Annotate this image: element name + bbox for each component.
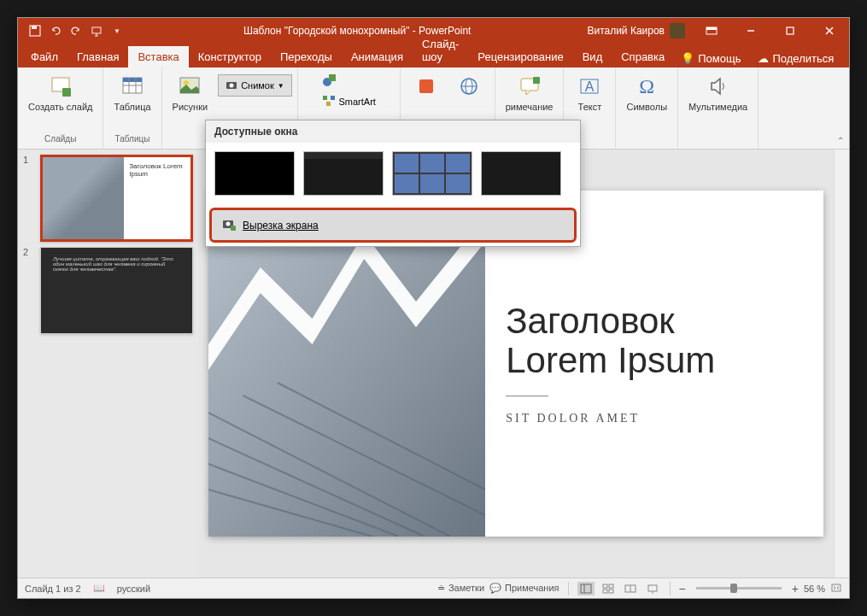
screenshot-button[interactable]: Снимок ▼ [218,74,292,97]
spell-check-icon[interactable]: 📖 [93,583,105,594]
notes-button[interactable]: ≐Заметки [437,583,484,594]
clip-icon [222,217,236,233]
screenshot-dropdown: Доступные окна Вырезка экрана [205,120,581,247]
minimize-icon[interactable] [731,18,770,44]
vertical-scrollbar[interactable] [834,150,849,578]
window-thumb-3[interactable] [392,151,472,196]
svg-rect-2 [92,27,101,33]
group-label: Слайды [44,132,76,145]
slide-thumbnail-2[interactable]: 2 Лучшая цитата, отражающая ваш подход. … [23,247,193,334]
smartart-icon [322,95,336,109]
fit-to-window-icon[interactable] [830,583,842,595]
group-label [646,132,648,145]
table-icon [119,73,146,100]
comment-icon [516,73,543,100]
svg-rect-1 [32,26,37,29]
tab-insert[interactable]: Вставка [128,46,188,67]
window-thumb-1[interactable] [214,151,295,196]
svg-rect-21 [331,96,335,100]
slide-panel: 1 Заголовок Lorem Ipsum 2 Лучшая цитата,… [18,150,198,578]
maximize-icon[interactable] [770,18,810,44]
slide-subtitle[interactable]: SIT DOLOR AMET [506,412,803,425]
svg-rect-41 [609,584,613,588]
svg-rect-4 [706,27,717,30]
svg-rect-42 [603,590,607,593]
chevron-down-icon: ▼ [278,82,284,90]
group-label [717,132,719,145]
group-label [589,132,591,145]
slide-title[interactable]: Заголовок Lorem Ipsum [506,302,803,380]
lightbulb-icon: 💡 [681,52,694,65]
reading-view-icon[interactable] [622,582,639,595]
slide-thumbnail-1[interactable]: 1 Заголовок Lorem Ipsum [23,155,193,242]
save-icon[interactable] [28,24,42,38]
svg-text:A: A [585,79,595,94]
links-button[interactable] [448,71,489,102]
zoom-out-icon[interactable]: − [679,582,686,595]
comment-button[interactable]: римечание [501,71,559,114]
normal-view-icon[interactable] [577,582,595,595]
tab-slideshow[interactable]: Слайд-шоу [413,33,468,67]
svg-rect-48 [832,584,841,591]
tab-file[interactable]: Файл [21,46,67,67]
redo-icon[interactable] [69,24,83,38]
svg-rect-19 [329,74,336,81]
svg-rect-28 [533,77,540,84]
window-thumb-4[interactable] [481,151,561,196]
svg-point-50 [226,222,231,226]
window-thumb-2[interactable] [303,151,384,196]
speaker-icon [705,73,732,100]
svg-rect-43 [609,590,613,593]
dropdown-header: Доступные окна [206,120,580,143]
tab-help[interactable]: Справка [612,46,674,67]
zoom-level[interactable]: 56 % [804,584,825,594]
pictures-button[interactable]: Рисунки [167,71,214,114]
new-slide-button[interactable]: Создать слайд [23,71,97,114]
text-button[interactable]: A Текст [569,71,610,114]
notes-icon: ≐ [437,583,445,594]
close-icon[interactable] [810,18,849,44]
share-button[interactable]: ☁Поделиться [751,50,841,67]
screen-clipping-button[interactable]: Вырезка экрана [209,208,577,243]
ribbon-tabs: Файл Главная Вставка Конструктор Переход… [18,44,849,67]
tab-animations[interactable]: Анимация [342,46,413,67]
svg-rect-40 [603,584,607,588]
zoom-slider[interactable] [696,587,782,590]
symbols-button[interactable]: Ω Символы [621,71,672,114]
language-button[interactable]: русский [117,584,150,594]
svg-rect-10 [123,78,142,82]
divider [506,396,548,396]
share-icon: ☁ [758,52,769,65]
undo-icon[interactable] [49,24,62,38]
camera-icon [226,79,237,92]
zoom-in-icon[interactable]: + [792,582,799,595]
addins-button[interactable] [406,71,447,102]
tab-view[interactable]: Вид [573,46,612,67]
media-button[interactable]: Мультимедиа [683,71,753,114]
tab-transitions[interactable]: Переходы [271,46,342,67]
qat-dropdown-icon[interactable]: ▼ [110,24,124,38]
svg-rect-51 [231,226,236,231]
table-button[interactable]: Таблица [108,71,155,114]
smartart-button[interactable]: SmartArt [319,93,379,110]
svg-rect-46 [648,585,657,591]
status-bar: Слайд 1 из 2 📖 русский ≐Заметки 💬Примеча… [18,578,849,598]
tab-home[interactable]: Главная [67,46,128,67]
presentation-icon[interactable] [90,24,103,38]
svg-rect-23 [419,79,433,93]
tab-review[interactable]: Рецензирование [468,46,572,67]
svg-rect-38 [581,584,591,593]
tab-design[interactable]: Конструктор [189,46,271,67]
ribbon-display-icon[interactable] [692,18,731,44]
pictures-icon [176,73,203,100]
collapse-ribbon-icon[interactable]: ⌃ [837,136,844,145]
comments-button[interactable]: 💬Примечания [489,583,559,594]
comment-icon: 💬 [489,583,501,594]
svg-rect-6 [787,27,794,34]
slideshow-view-icon[interactable] [644,582,661,595]
tell-me-button[interactable]: 💡Помощь [674,50,747,67]
new-slide-icon [47,73,74,100]
shapes-button[interactable] [319,71,341,91]
slide-counter[interactable]: Слайд 1 из 2 [25,584,81,594]
sorter-view-icon[interactable] [600,582,617,595]
